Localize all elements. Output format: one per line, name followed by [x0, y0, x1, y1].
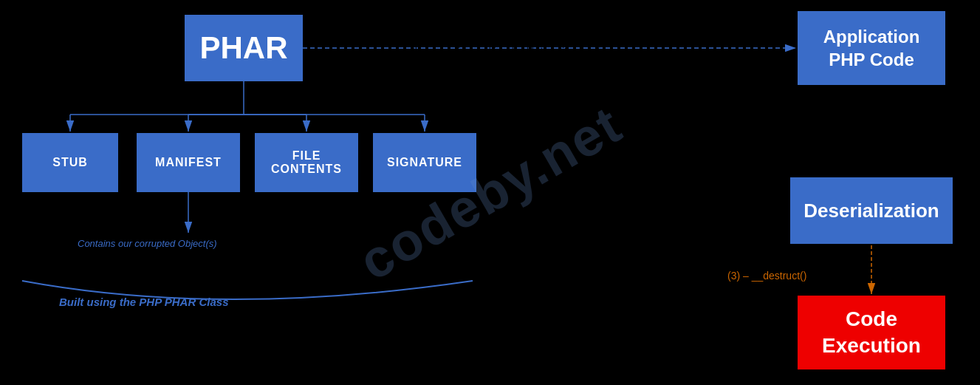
annotation-object: Object from Manifest gets loaded in the … — [576, 183, 746, 210]
box-file-contents: FILECONTENTS — [255, 133, 358, 192]
annotation-upload: (1) – Upload through Web Interface the n… — [362, 33, 650, 56]
box-deserialization: Deserialization — [790, 177, 953, 244]
box-signature: SIGNATURE — [373, 133, 476, 192]
annotation-destruct: (3) – __destruct() — [727, 269, 806, 282]
box-app-php: ApplicationPHP Code — [798, 11, 945, 85]
annotation-corrupted: Contains our corrupted Object(s) — [78, 236, 217, 250]
upload-title-text: (1) – Upload through Web Interface — [362, 33, 650, 44]
annotation-file-op: (2) – File Operation — [739, 127, 821, 140]
annotation-built: Built using the PHP PHAR Class — [59, 296, 228, 309]
box-code-execution: CodeExecution — [798, 296, 945, 369]
upload-sub-text: the name of the archive should start wit… — [362, 46, 650, 56]
box-phar: PHAR — [185, 15, 303, 81]
diagram-container: codeby.net — [0, 0, 980, 385]
box-manifest: MANIFEST — [137, 133, 240, 192]
box-stub: STUB — [22, 133, 118, 192]
